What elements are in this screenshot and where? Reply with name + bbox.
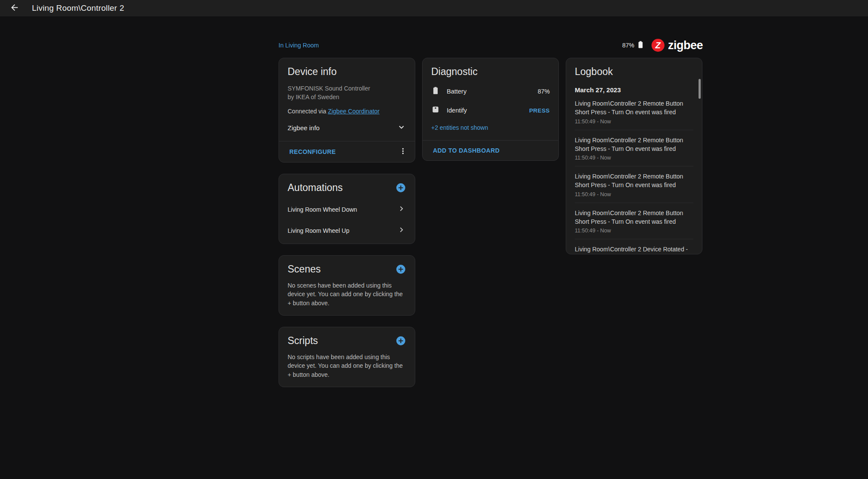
zigbee-wordmark: zigbee <box>668 39 703 52</box>
chevron-down-icon <box>397 122 406 133</box>
arrow-left-icon <box>9 3 19 14</box>
device-info-actions: RECONFIGURE <box>279 141 415 162</box>
device-menu-button[interactable] <box>397 146 409 158</box>
subheader-right: 87% Z zigbee <box>622 39 703 52</box>
plus-circle-icon <box>395 341 406 348</box>
column-left: Device info SYMFONISK Sound Controller b… <box>279 58 415 387</box>
logbook-entry[interactable]: Living Room\Controller 2 Device Rotated … <box>575 239 693 254</box>
scenes-card: Scenes No scenes have been added using t… <box>279 255 415 316</box>
column-middle: Diagnostic Battery 87% Identify PRE <box>422 58 559 161</box>
entities-not-shown-link[interactable]: +2 entities not shown <box>431 124 488 131</box>
back-button[interactable] <box>8 2 21 15</box>
logbook-entry-time: 11:50:49 - Now <box>575 228 693 234</box>
device-subheader: In Living Room 87% Z zigbee <box>279 38 703 53</box>
device-info-title: Device info <box>288 66 406 78</box>
diagnostic-title: Diagnostic <box>431 66 550 78</box>
battery-value: 87% <box>538 88 550 95</box>
logbook-entry[interactable]: Living Room\Controller 2 Remote Button S… <box>575 203 693 240</box>
zigbee-logo: Z zigbee <box>652 39 703 52</box>
logbook-date: March 27, 2023 <box>575 86 693 94</box>
add-scene-button[interactable] <box>395 264 406 275</box>
column-right: Logbook March 27, 2023 Living Room\Contr… <box>566 58 702 254</box>
diagnostic-card: Diagnostic Battery 87% Identify PRE <box>422 58 559 161</box>
zigbee-coordinator-link[interactable]: Zigbee Coordinator <box>328 108 379 115</box>
diagnostic-row-battery[interactable]: Battery 87% <box>431 86 550 97</box>
zigbee-info-expander[interactable]: Zigbee info <box>288 122 406 133</box>
device-page-content: In Living Room 87% Z zigbee Device info <box>279 38 703 387</box>
app-header: Living Room\Controller 2 <box>0 0 868 16</box>
scenes-title: Scenes <box>288 263 321 275</box>
automations-title: Automations <box>288 182 343 194</box>
logbook-scrollbar[interactable] <box>699 79 701 99</box>
zigbee-logo-icon: Z <box>652 39 664 52</box>
scenes-empty-text: No scenes have been added using this dev… <box>288 281 406 307</box>
logbook-entry[interactable]: Living Room\Controller 2 Remote Button S… <box>575 130 693 167</box>
automation-item[interactable]: Living Room Wheel Down <box>288 204 406 215</box>
chevron-right-icon <box>397 225 406 236</box>
logbook-entry[interactable]: Living Room\Controller 2 Remote Button S… <box>575 94 693 130</box>
logbook-entry[interactable]: Living Room\Controller 2 Remote Button S… <box>575 166 693 203</box>
battery-icon <box>431 86 440 97</box>
logbook-entry-time: 11:50:49 - Now <box>575 155 693 161</box>
device-info-card: Device info SYMFONISK Sound Controller b… <box>279 58 415 163</box>
battery-icon <box>636 41 645 50</box>
page-title: Living Room\Controller 2 <box>32 3 124 13</box>
add-script-button[interactable] <box>395 335 406 347</box>
logbook-card: Logbook March 27, 2023 Living Room\Contr… <box>566 58 702 254</box>
plus-circle-icon <box>395 269 406 276</box>
dots-vertical-icon <box>398 147 407 157</box>
device-model: SYMFONISK Sound Controller by IKEA of Sw… <box>288 85 406 101</box>
add-automation-button[interactable] <box>395 182 406 194</box>
logbook-title: Logbook <box>575 66 693 78</box>
identify-press-button[interactable]: PRESS <box>529 107 550 114</box>
scripts-empty-text: No scripts have been added using this de… <box>288 353 406 379</box>
scripts-title: Scripts <box>288 335 318 347</box>
add-to-dashboard-button[interactable]: ADD TO DASHBOARD <box>433 147 500 154</box>
automations-card: Automations Living Room Wheel Down Livin… <box>279 174 415 244</box>
connected-via: Connected via Zigbee Coordinator <box>288 108 406 115</box>
area-link[interactable]: In Living Room <box>279 42 319 49</box>
logbook-entry-time: 11:50:49 - Now <box>575 119 693 125</box>
logbook-entry-time: 11:50:49 - Now <box>575 191 693 197</box>
card-columns: Device info SYMFONISK Sound Controller b… <box>279 58 703 387</box>
scripts-card: Scripts No scripts have been added using… <box>279 327 415 387</box>
diagnostic-row-identify: Identify PRESS <box>431 105 550 116</box>
chevron-right-icon <box>397 204 406 215</box>
reconfigure-button[interactable]: RECONFIGURE <box>289 148 336 155</box>
plus-circle-icon <box>395 188 406 194</box>
battery-percentage: 87% <box>622 42 634 49</box>
automation-item[interactable]: Living Room Wheel Up <box>288 225 406 236</box>
identify-icon <box>431 105 440 116</box>
